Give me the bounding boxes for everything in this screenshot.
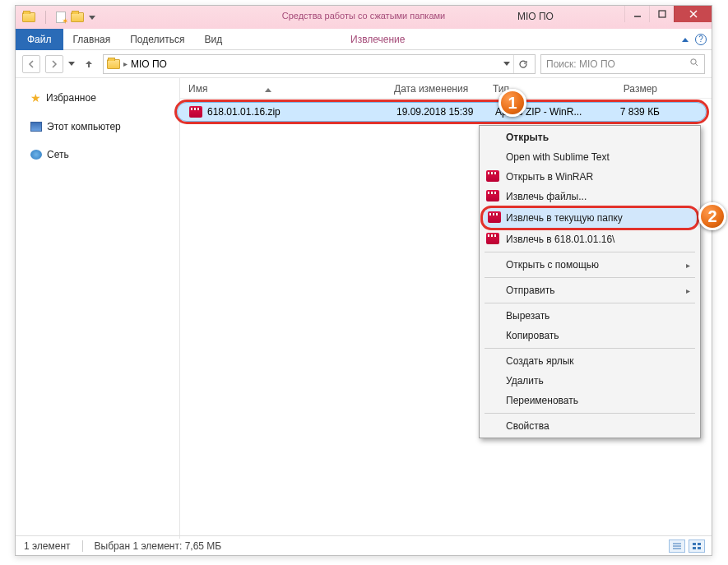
ctx-open-sublime[interactable]: Open with Sublime Text [481,147,698,167]
winrar-icon [486,190,499,201]
chevron-right-icon[interactable]: ▸ [123,59,128,68]
ctx-properties[interactable]: Свойства [481,416,698,436]
ctx-copy[interactable]: Копировать [481,326,698,345]
maximize-button[interactable] [649,6,674,22]
ctx-send-to[interactable]: Отправить▸ [481,280,698,300]
ctx-delete[interactable]: Удалить [481,371,698,391]
archive-icon [189,106,202,118]
quick-access-toolbar [16,11,95,24]
details-view-button[interactable] [669,540,685,553]
new-folder-icon[interactable] [71,12,84,22]
svg-point-4 [691,59,696,64]
ctx-open-winrar[interactable]: Открыть в WinRAR [481,167,698,187]
pc-icon [30,122,42,132]
submenu-arrow-icon: ▸ [686,286,690,295]
minimize-button[interactable] [624,6,649,22]
network-icon [30,150,42,160]
ctx-open[interactable]: Открыть [481,127,698,147]
up-button[interactable] [80,55,98,73]
search-icon [689,58,699,70]
breadcrumb-segment[interactable]: MIO ПО [131,58,167,70]
winrar-icon [486,170,499,182]
file-list-area: Имя Дата изменения Тип Размер 618.01.01.… [180,78,712,539]
annotation-badge-1: 1 [498,89,526,117]
favorites-group[interactable]: ★Избранное [24,88,171,108]
share-tab[interactable]: Поделиться [120,30,194,49]
file-size: 7 839 КБ [594,106,660,118]
status-bar: 1 элемент Выбран 1 элемент: 7,65 МБ [16,535,712,555]
separator [485,413,695,414]
svg-rect-11 [693,547,696,549]
refresh-button[interactable] [513,55,531,73]
svg-rect-9 [693,543,696,545]
submenu-arrow-icon: ▸ [686,261,690,270]
ctx-extract-here[interactable]: Извлечь в текущую папку [483,208,697,228]
column-headers: Имя Дата изменения Тип Размер [180,78,712,99]
search-placeholder: Поиск: MIO ПО [546,58,615,70]
status-count: 1 элемент [24,540,71,552]
back-button[interactable] [22,55,40,73]
this-pc-label: Этот компьютер [47,121,121,132]
this-pc-item[interactable]: Этот компьютер [24,118,171,136]
file-row[interactable]: 618.01.01.16.zip 19.09.2018 15:39 Архив … [177,102,707,122]
svg-rect-1 [659,11,665,17]
file-name: 618.01.01.16.zip [207,106,396,118]
file-date: 19.09.2018 15:39 [396,106,495,118]
svg-rect-10 [698,543,701,545]
properties-icon[interactable] [56,12,66,23]
winrar-icon [486,233,499,244]
svg-line-5 [696,64,698,67]
folder-icon [22,12,35,22]
close-button[interactable] [674,6,712,22]
separator [45,11,46,24]
network-item[interactable]: Сеть [24,146,171,164]
forward-button[interactable] [45,55,63,73]
file-tab[interactable]: Файл [16,29,63,50]
annotation-badge-2: 2 [698,202,726,230]
network-label: Сеть [47,149,69,160]
column-size[interactable]: Размер [591,83,657,95]
status-selection: Выбран 1 элемент: 7,65 МБ [95,540,222,552]
window-controls [624,6,712,24]
ribbon-tabs: Файл Главная Поделиться Вид Извлечение ? [16,29,712,50]
sort-asc-icon [265,88,271,92]
icons-view-button[interactable] [689,540,705,553]
star-icon: ★ [30,91,41,104]
navigation-pane: ★Избранное Этот компьютер Сеть [16,78,180,539]
ctx-extract-to[interactable]: Извлечь в 618.01.01.16\ [481,229,698,249]
window-title: MIO ПО [517,11,554,22]
address-dropdown-icon[interactable] [503,62,510,66]
home-tab[interactable]: Главная [63,30,121,49]
column-name[interactable]: Имя [188,83,394,95]
view-toggles [669,540,705,553]
column-date[interactable]: Дата изменения [394,83,493,95]
winrar-icon [488,211,501,223]
address-bar[interactable]: ▸ MIO ПО [103,54,536,74]
separator [485,348,695,349]
ctx-cut[interactable]: Вырезать [481,306,698,326]
qat-dropdown-icon[interactable] [89,16,95,20]
extract-tab[interactable]: Извлечение [341,30,415,49]
history-dropdown-icon[interactable] [68,62,75,66]
favorites-label: Избранное [46,92,96,104]
search-input[interactable]: Поиск: MIO ПО [540,54,705,74]
ribbon-collapse-icon[interactable] [682,38,689,42]
separator [485,277,695,278]
explorer-window: Средства работы со сжатыми папками MIO П… [15,5,712,556]
context-menu: Открыть Open with Sublime Text Открыть в… [479,125,701,438]
help-icon[interactable]: ? [695,34,707,45]
body: ★Избранное Этот компьютер Сеть Имя Дата … [16,78,712,539]
ctx-extract-files[interactable]: Извлечь файлы... [481,187,698,206]
navigation-bar: ▸ MIO ПО Поиск: MIO ПО [16,50,712,78]
view-tab[interactable]: Вид [194,30,232,49]
ctx-rename[interactable]: Переименовать [481,391,698,410]
ribbon-context-title: Средства работы со сжатыми папками [282,11,445,21]
separator [485,303,695,303]
ctx-shortcut[interactable]: Создать ярлык [481,351,698,371]
titlebar: Средства работы со сжатыми папками MIO П… [16,6,712,29]
svg-rect-12 [698,547,701,549]
separator [82,540,83,552]
separator [485,252,695,252]
ctx-open-with[interactable]: Открыть с помощью▸ [481,255,698,275]
folder-icon [107,59,120,69]
